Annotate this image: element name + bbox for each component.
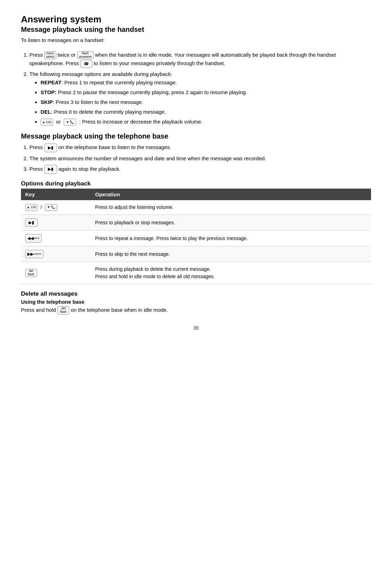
section1-heading: Message playback using the handset	[21, 26, 371, 34]
base-step-3: Press ▶▮ again to stop the playback.	[29, 165, 371, 174]
del-flash-base-button: delflash	[57, 306, 69, 315]
base-step-1: Press ▶▮ on the telephone base to listen…	[29, 143, 371, 152]
key-cell-skip: ▶▶memo	[21, 246, 91, 262]
option-volume: ▲ CID or ▼ 📞 : Press to increase or decr…	[41, 118, 371, 126]
table-row: ▶▶memo Press to skip to the next message…	[21, 246, 371, 262]
section2-heading: Message playback using the telephone bas…	[21, 132, 371, 140]
page-header: Answering system Message playback using …	[21, 14, 371, 44]
key-cell-del: delflash	[21, 262, 91, 284]
options-section: Options during playback Key Operation ▲ …	[21, 180, 371, 284]
op-cell-skip: Press to skip to the next message.	[91, 246, 371, 262]
op-cell-del: Press during playback to delete the curr…	[91, 262, 371, 284]
key-cell-play: ▶▮	[21, 215, 91, 231]
delete-section: Delete all messages Using the telephone …	[21, 290, 371, 315]
op-cell-rewind: Press to repeat a message. Press twice t…	[91, 231, 371, 246]
base-step-2: The system announces the number of messa…	[29, 154, 371, 163]
page-number: 36	[21, 325, 371, 331]
delete-heading: Delete all messages	[21, 290, 371, 297]
col-operation: Operation	[91, 189, 371, 200]
intro-text: To listen to messages on a handset:	[21, 36, 371, 44]
op-cell-cid: Press to adjust the listening volume.	[91, 200, 371, 215]
option-del: DEL: Press 0 to delete the currently pla…	[41, 108, 371, 116]
base-steps-list: Press ▶▮ on the telephone base to listen…	[21, 143, 371, 174]
op-cell-play: Press to playback or stop messages.	[91, 215, 371, 231]
delete-sub-heading: Using the telephone base	[21, 299, 371, 305]
play-stop-icon: ▶▮	[25, 218, 38, 227]
section2: Message playback using the telephone bas…	[21, 132, 371, 174]
option-skip: SKIP: Press 3 to listen to the next mess…	[41, 98, 371, 106]
option-stop: STOP: Press 2 to pause the message curre…	[41, 88, 371, 97]
page-title: Answering system	[21, 14, 371, 25]
rewind-icon: ◀◀annc	[25, 234, 42, 242]
play-button-1: ▶▮	[44, 143, 57, 152]
menu-select-button: menuselect	[44, 51, 56, 59]
flash-answerer-button: flashanswerer	[77, 51, 94, 59]
cid-down-icon: ▼ 📞	[64, 119, 76, 126]
play-button-2: ▶▮	[44, 165, 57, 174]
del-flash-icon: delflash	[25, 269, 37, 277]
delete-text: Press and hold delflash on the telephone…	[21, 306, 371, 315]
playback-options-list: REPEAT: Press 1 to repeat the currently …	[29, 78, 371, 126]
option-repeat: REPEAT: Press 1 to repeat the currently …	[41, 78, 371, 87]
skip-icon: ▶▶memo	[25, 250, 43, 258]
options-heading: Options during playback	[21, 180, 371, 187]
col-key: Key	[21, 189, 91, 200]
handset-step-1: Press menuselect twice or flashanswerer …	[29, 51, 371, 68]
phone-button: ☎	[80, 60, 92, 68]
cid-volume-combo: ▲ CID / ▼ 📞	[25, 204, 57, 211]
options-table: Key Operation ▲ CID / ▼ 📞 Press to adjus…	[21, 189, 371, 284]
table-row: delflash Press during playback to delete…	[21, 262, 371, 284]
cid-up-icon: ▲ CID	[41, 119, 53, 126]
table-row: ◀◀annc Press to repeat a message. Press …	[21, 231, 371, 246]
handset-steps: Press menuselect twice or flashanswerer …	[21, 51, 371, 126]
cid-down-table-icon: ▼ 📞	[45, 204, 57, 211]
table-row: ▲ CID / ▼ 📞 Press to adjust the listenin…	[21, 200, 371, 215]
key-cell-rewind: ◀◀annc	[21, 231, 91, 246]
key-cell-cid: ▲ CID / ▼ 📞	[21, 200, 91, 215]
table-row: ▶▮ Press to playback or stop messages.	[21, 215, 371, 231]
handset-step-2: The following message options are availa…	[29, 70, 371, 126]
cid-up-table-icon: ▲ CID	[25, 204, 38, 211]
